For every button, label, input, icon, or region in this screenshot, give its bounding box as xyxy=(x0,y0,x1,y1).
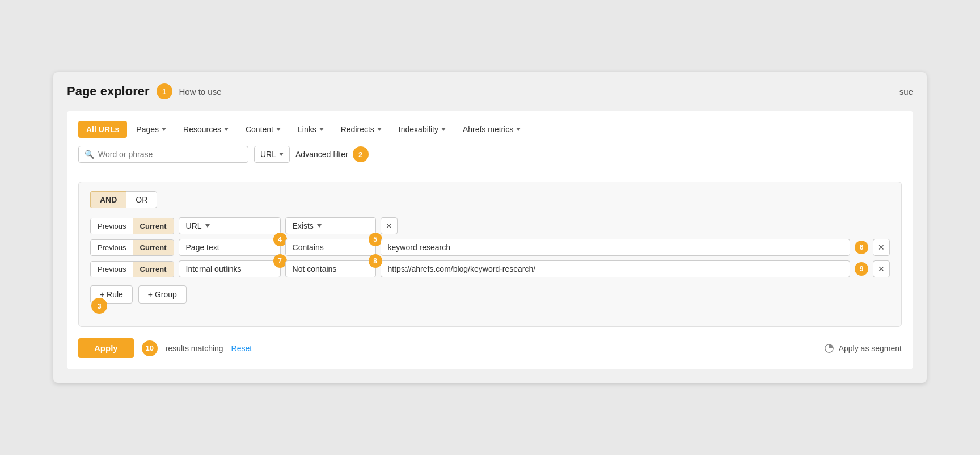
filter-row-1: Previous Current URL Exists ✕ xyxy=(90,217,890,234)
tab-links-arrow xyxy=(319,128,324,131)
search-icon: 🔍 xyxy=(85,150,94,159)
tab-all-urls[interactable]: All URLs xyxy=(78,121,127,138)
previous-button-2[interactable]: Previous xyxy=(91,240,133,255)
remove-button-3[interactable]: ✕ xyxy=(873,260,890,277)
previous-button-1[interactable]: Previous xyxy=(91,218,133,234)
prev-current-2: Previous Current xyxy=(90,239,174,256)
apply-as-segment-button[interactable]: Apply as segment xyxy=(824,343,902,353)
tab-bar: All URLs Pages Resources Content Links R… xyxy=(78,121,902,138)
badge-8: 8 xyxy=(369,254,382,268)
remove-button-2[interactable]: ✕ xyxy=(873,239,890,256)
reset-link[interactable]: Reset xyxy=(231,344,252,353)
url-dropdown-label: URL xyxy=(260,150,276,159)
field-label-1: URL xyxy=(186,221,202,230)
logic-or-button[interactable]: OR xyxy=(126,191,157,208)
badge-4: 4 xyxy=(273,233,287,246)
badge-5: 5 xyxy=(369,233,382,246)
search-bar: 🔍 URL Advanced filter 2 xyxy=(78,146,902,163)
tab-pages-label: Pages xyxy=(136,125,159,134)
current-button-1[interactable]: Current xyxy=(133,218,174,234)
condition-arrow-1 xyxy=(317,224,322,228)
tab-links-label: Links xyxy=(298,125,316,134)
header-right: sue xyxy=(899,87,913,96)
bottom-bar: Apply 10 results matching Reset Apply as… xyxy=(78,338,902,358)
add-group-button[interactable]: + Group xyxy=(138,285,187,304)
condition-label-1: Exists xyxy=(293,221,314,230)
apply-segment-label: Apply as segment xyxy=(839,344,902,353)
badge-1: 1 xyxy=(157,83,172,99)
filter-section: AND OR Previous Current URL Exists xyxy=(78,182,902,327)
field-dropdown-1[interactable]: URL xyxy=(179,217,281,234)
header: Page explorer 1 How to use sue xyxy=(67,83,913,99)
field-label-2: Page text xyxy=(186,243,219,252)
badge-6: 6 xyxy=(855,241,868,254)
condition-dropdown-2[interactable]: Contains 5 xyxy=(285,239,376,256)
segment-icon xyxy=(824,343,834,353)
advanced-filter-label: Advanced filter xyxy=(295,150,348,159)
tab-indexability-arrow xyxy=(441,128,446,131)
badge-10: 10 xyxy=(142,340,158,356)
value-input-3[interactable] xyxy=(381,260,850,277)
tab-resources-label: Resources xyxy=(183,125,221,134)
current-button-3[interactable]: Current xyxy=(133,262,174,277)
how-to-use-link[interactable]: How to use xyxy=(179,87,222,96)
logic-and-button[interactable]: AND xyxy=(90,191,126,208)
page-explorer-container: Page explorer 1 How to use sue All URLs … xyxy=(53,72,927,383)
main-card: All URLs Pages Resources Content Links R… xyxy=(67,111,913,369)
results-text: results matching xyxy=(166,344,223,353)
tab-pages-arrow xyxy=(162,128,166,131)
previous-button-3[interactable]: Previous xyxy=(91,262,133,277)
page-title: Page explorer xyxy=(67,84,150,99)
tab-indexability[interactable]: Indexability xyxy=(391,121,454,138)
tab-redirects-arrow xyxy=(377,128,382,131)
remove-button-1[interactable]: ✕ xyxy=(381,217,398,234)
condition-label-3: Not contains xyxy=(293,264,337,273)
condition-dropdown-1[interactable]: Exists xyxy=(285,217,376,234)
tab-ahrefs-metrics-label: Ahrefs metrics xyxy=(463,125,513,134)
advanced-filter-button[interactable]: Advanced filter 2 xyxy=(295,146,369,162)
tab-ahrefs-metrics-arrow xyxy=(516,128,521,131)
tab-redirects-label: Redirects xyxy=(341,125,374,134)
field-dropdown-2[interactable]: Page text 4 xyxy=(179,239,281,256)
header-left: Page explorer 1 How to use xyxy=(67,83,222,99)
apply-button[interactable]: Apply xyxy=(78,338,134,358)
tab-content-arrow xyxy=(276,128,281,131)
add-buttons: + Rule + Group 3 xyxy=(90,285,890,304)
prev-current-1: Previous Current xyxy=(90,218,174,234)
badge-7: 7 xyxy=(273,254,287,268)
tab-content[interactable]: Content xyxy=(238,121,289,138)
condition-dropdown-3[interactable]: Not contains 8 xyxy=(285,260,376,277)
tab-all-urls-label: All URLs xyxy=(86,125,119,134)
field-arrow-1 xyxy=(205,224,210,228)
tab-redirects[interactable]: Redirects xyxy=(333,121,390,138)
tab-indexability-label: Indexability xyxy=(399,125,438,134)
field-label-3: Internal outlinks xyxy=(186,264,242,273)
filter-rows: Previous Current URL Exists ✕ xyxy=(90,217,890,277)
condition-label-2: Contains xyxy=(293,243,324,252)
tab-links[interactable]: Links xyxy=(290,121,332,138)
logic-toggle: AND OR xyxy=(90,191,890,208)
url-dropdown-arrow xyxy=(279,153,284,156)
tab-resources-arrow xyxy=(224,128,229,131)
search-input[interactable] xyxy=(98,150,242,159)
tab-resources[interactable]: Resources xyxy=(175,121,236,138)
tab-ahrefs-metrics[interactable]: Ahrefs metrics xyxy=(455,121,529,138)
filter-row-2: Previous Current Page text 4 Contains 5 … xyxy=(90,239,890,256)
prev-current-3: Previous Current xyxy=(90,261,174,277)
search-input-wrapper: 🔍 xyxy=(78,146,248,163)
tab-pages[interactable]: Pages xyxy=(128,121,174,138)
filter-row-3: Previous Current Internal outlinks 7 Not… xyxy=(90,260,890,277)
divider xyxy=(78,172,902,172)
url-dropdown[interactable]: URL xyxy=(254,146,290,163)
badge-3: 3 xyxy=(91,298,107,314)
badge-9: 9 xyxy=(855,262,868,276)
badge-2: 2 xyxy=(353,146,369,162)
value-input-2[interactable] xyxy=(381,239,850,256)
tab-content-label: Content xyxy=(246,125,273,134)
current-button-2[interactable]: Current xyxy=(133,240,174,255)
field-dropdown-3[interactable]: Internal outlinks 7 xyxy=(179,260,281,277)
